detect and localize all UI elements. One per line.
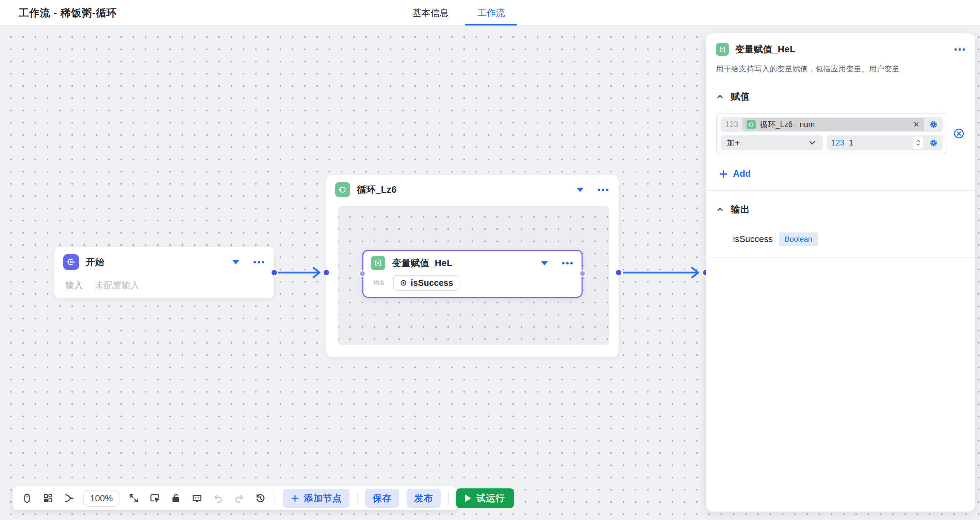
type-badge-number: 123	[721, 120, 743, 129]
divider	[275, 492, 275, 505]
section-assign-header[interactable]: 赋值	[716, 90, 965, 103]
section-assign-title: 赋值	[731, 90, 750, 103]
fit-view-icon[interactable]	[127, 491, 140, 505]
boolean-icon	[399, 279, 407, 287]
add-assignment-button[interactable]: Add	[719, 168, 751, 179]
panel-title: 变量赋值_HeL	[735, 43, 795, 55]
zoom-level[interactable]: 100%	[83, 490, 119, 507]
chevron-down-icon[interactable]	[232, 260, 239, 265]
tab-bar: 基本信息 工作流	[410, 0, 507, 25]
operator-value: 加+	[727, 137, 808, 148]
target-settings-gear-icon[interactable]	[924, 117, 943, 132]
tab-basic-info[interactable]: 基本信息	[410, 0, 451, 25]
loop-inner-canvas[interactable]: 变量赋值_HeL 输出 isSuccess	[338, 206, 609, 345]
select-mode-icon[interactable]	[148, 491, 162, 505]
merge-branch-icon[interactable]	[62, 491, 76, 505]
loop-node-icon	[335, 182, 350, 197]
output-name: isSuccess	[733, 234, 773, 244]
panel-description: 用于给支持写入的变量赋值，包括应用变量、用户变量	[716, 64, 965, 74]
loop-node-title: 循环_Lz6	[357, 184, 397, 196]
arrowhead-icon	[692, 268, 698, 277]
app-header: 工作流 - 稀饭粥-循环 基本信息 工作流	[0, 0, 980, 25]
node-start[interactable]: 开始 输入 未配置输入	[54, 247, 274, 298]
section-output-header[interactable]: 输出	[716, 203, 965, 216]
variable-assign-node-title: 变量赋值_HeL	[392, 257, 453, 269]
delete-assignment-icon[interactable]	[953, 127, 965, 140]
operator-select[interactable]: 加+	[721, 135, 823, 150]
save-button[interactable]: 保存	[365, 489, 399, 508]
loop-variable-icon	[746, 120, 756, 129]
publish-button[interactable]: 发布	[407, 489, 441, 508]
add-node-label: 添加节点	[304, 492, 342, 504]
variable-chip-label: 循环_Lz6 - num	[760, 119, 908, 130]
divider	[706, 257, 975, 258]
plus-icon	[290, 493, 300, 503]
divider	[706, 190, 975, 191]
assign-target-field[interactable]: 123 循环_Lz6 - num	[721, 117, 943, 132]
chevron-down-icon[interactable]	[577, 188, 584, 192]
start-input-value: 未配置输入	[95, 280, 139, 290]
more-menu-icon[interactable]	[253, 261, 264, 263]
output-type-badge: Boolean	[779, 233, 818, 246]
assignment-card: 123 循环_Lz6 - num	[716, 113, 947, 154]
variable-chip[interactable]: 循环_Lz6 - num	[743, 118, 924, 131]
tab-workflow[interactable]: 工作流	[476, 0, 507, 25]
number-stepper[interactable]	[913, 136, 923, 149]
clear-variable-icon[interactable]	[913, 120, 920, 128]
variable-assign-panel-icon	[716, 43, 729, 56]
chevron-down-icon[interactable]	[541, 261, 548, 265]
chevron-up-icon	[716, 205, 724, 214]
undo-icon[interactable]	[211, 491, 225, 505]
stepper-up-icon	[916, 140, 921, 143]
variable-assign-node-icon	[371, 256, 385, 270]
node-loop[interactable]: 循环_Lz6 变量赋值_HeL	[326, 175, 619, 357]
divider	[448, 492, 449, 505]
chevron-up-icon	[716, 92, 724, 101]
layout-icon[interactable]	[41, 491, 55, 505]
run-label: 试运行	[476, 492, 505, 504]
history-icon[interactable]	[253, 491, 267, 505]
more-menu-icon[interactable]	[562, 262, 573, 265]
node-config-panel: 变量赋值_HeL 用于给支持写入的变量赋值，包括应用变量、用户变量 赋值 123	[706, 33, 975, 512]
add-label: Add	[733, 168, 751, 179]
mouse-mode-icon[interactable]	[20, 491, 34, 505]
plus-icon	[719, 169, 728, 179]
arrowhead-icon	[313, 268, 320, 277]
stepper-down-icon	[916, 143, 921, 146]
redo-icon[interactable]	[232, 491, 246, 505]
output-item-row: isSuccess Boolean	[733, 233, 965, 246]
panel-more-menu-icon[interactable]	[955, 48, 965, 51]
start-input-label: 输入	[65, 280, 83, 290]
more-menu-icon[interactable]	[598, 189, 608, 191]
assign-value-field[interactable]: 123 1	[827, 135, 943, 150]
start-node-icon	[63, 254, 79, 270]
canvas-toolbar: 100%	[13, 486, 457, 510]
node-output-chip[interactable]: isSuccess	[393, 275, 460, 291]
start-node-title: 开始	[86, 256, 105, 268]
play-icon	[465, 495, 471, 502]
node-output-label: 输出	[374, 279, 385, 287]
run-button[interactable]: 试运行	[456, 488, 514, 508]
chevron-down-icon	[808, 138, 817, 147]
section-output-title: 输出	[731, 203, 750, 216]
assign-value-input[interactable]: 1	[849, 138, 913, 147]
value-settings-gear-icon[interactable]	[924, 135, 943, 150]
page-title: 工作流 - 稀饭粥-循环	[19, 0, 117, 25]
comment-icon[interactable]	[190, 491, 204, 505]
type-badge-number: 123	[827, 138, 849, 147]
node-variable-assign[interactable]: 变量赋值_HeL 输出 isSuccess	[363, 250, 582, 298]
node-output-name: isSuccess	[411, 278, 453, 288]
lock-icon[interactable]	[169, 491, 183, 505]
divider	[357, 492, 358, 505]
add-node-button[interactable]: 添加节点	[283, 489, 350, 508]
